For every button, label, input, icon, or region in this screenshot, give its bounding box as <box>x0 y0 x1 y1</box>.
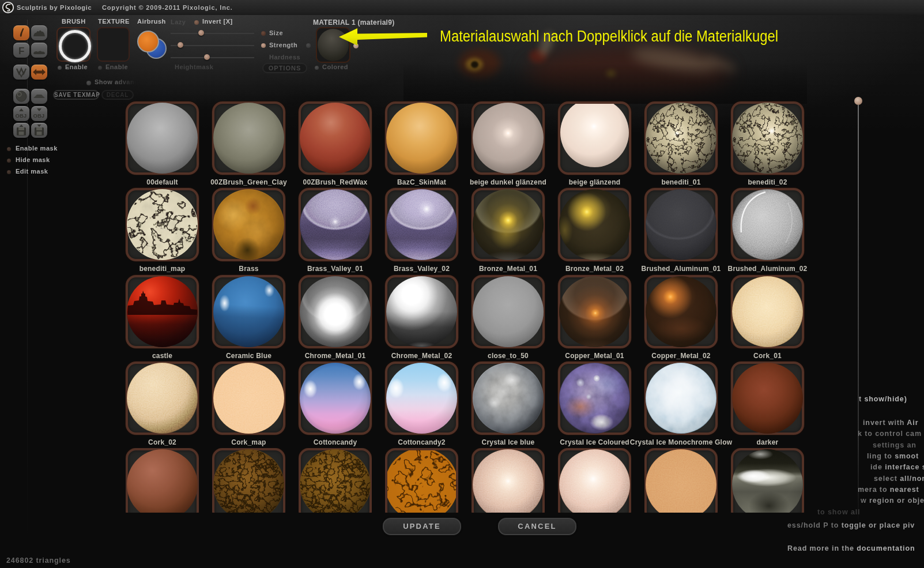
svg-text:F: F <box>18 46 24 57</box>
svg-text:OBJ: OBJ <box>16 112 27 119</box>
svg-text:OBJ: OBJ <box>33 112 45 119</box>
